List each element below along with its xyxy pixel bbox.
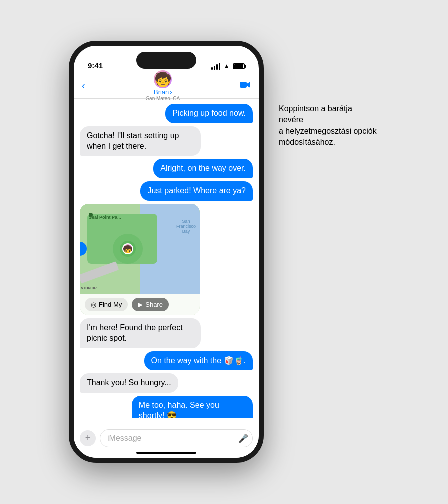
message-row: Just parked! Where are ya? bbox=[80, 182, 253, 201]
chat-area: Picking up food now. Gotcha! I'll start … bbox=[74, 99, 259, 418]
home-indicator bbox=[136, 452, 196, 454]
message-row: Picking up food now. bbox=[80, 104, 253, 124]
status-icons: ▲ bbox=[212, 62, 245, 70]
svg-rect-0 bbox=[240, 82, 247, 88]
map-background: Seal Point Pa... SanFranciscoBay NTON DR… bbox=[80, 204, 200, 294]
message-row: Me too, haha. See you shortly! 😎 bbox=[80, 396, 253, 418]
message-row: I'm here! Found the perfect picnic spot. bbox=[80, 318, 253, 348]
map-bay-label: SanFranciscoBay bbox=[176, 219, 196, 234]
message-row: Thank you! So hungry... bbox=[80, 374, 253, 393]
contact-header[interactable]: 🧒 Brian › San Mateo, CA bbox=[146, 70, 180, 102]
annotation-text: Koppintson a barátja nevérea helyzetmego… bbox=[279, 104, 379, 148]
video-call-button[interactable] bbox=[240, 80, 251, 92]
map-content: Seal Point Pa... SanFranciscoBay NTON DR… bbox=[80, 204, 200, 294]
microphone-icon[interactable]: 🎤 bbox=[238, 434, 248, 443]
message-bubble: Gotcha! I'll start setting up when I get… bbox=[80, 126, 201, 156]
map-park-label: Seal Point Pa... bbox=[89, 215, 122, 220]
dynamic-island bbox=[136, 52, 196, 69]
status-time: 9:41 bbox=[88, 62, 103, 70]
back-chevron-icon: ‹ bbox=[82, 80, 86, 92]
map-message-row: Seal Point Pa... SanFranciscoBay NTON DR… bbox=[80, 204, 253, 316]
message-bubble: Me too, haha. See you shortly! 😎 bbox=[132, 396, 253, 418]
message-bubble: Picking up food now. bbox=[166, 104, 253, 124]
phone-frame: 9:41 ▲ ‹ 🧒 bbox=[69, 41, 264, 463]
share-location-button[interactable]: ▶ Share bbox=[132, 298, 169, 312]
map-bubble[interactable]: Seal Point Pa... SanFranciscoBay NTON DR… bbox=[80, 204, 200, 316]
add-attachment-button[interactable]: + bbox=[80, 430, 96, 446]
page-wrapper: 9:41 ▲ ‹ 🧒 bbox=[69, 41, 379, 463]
back-button[interactable]: ‹ bbox=[82, 80, 86, 92]
map-action-buttons: ◎ Find My ▶ Share bbox=[80, 294, 200, 316]
message-bubble: Thank you! So hungry... bbox=[80, 374, 178, 393]
wifi-icon: ▲ bbox=[224, 62, 230, 70]
message-row: On the way with the 🥡🧋. bbox=[80, 352, 253, 371]
location-avatar: 🧒 bbox=[122, 244, 134, 254]
location-accuracy-circle: 🧒 bbox=[113, 234, 143, 264]
signal-bars-icon bbox=[212, 63, 220, 70]
annotation: Koppintson a barátja nevérea helyzetmego… bbox=[279, 101, 379, 148]
map-road-label: NTON DR bbox=[81, 286, 97, 290]
contact-name: Brian › bbox=[154, 88, 172, 96]
message-bubble: On the way with the 🥡🧋. bbox=[144, 352, 253, 371]
share-icon: ▶ bbox=[138, 301, 143, 308]
input-placeholder: iMessage bbox=[108, 434, 142, 443]
navigation-bar: ‹ 🧒 Brian › San Mateo, CA bbox=[74, 73, 259, 99]
message-row: Gotcha! I'll start setting up when I get… bbox=[80, 126, 253, 156]
message-input[interactable]: iMessage 🎤 bbox=[100, 430, 253, 448]
message-bubble: I'm here! Found the perfect picnic spot. bbox=[80, 318, 201, 348]
location-inner-circle: 🧒 bbox=[120, 241, 136, 257]
map-road bbox=[80, 262, 119, 284]
map-user-dot bbox=[80, 242, 87, 256]
message-bubble: Just parked! Where are ya? bbox=[140, 182, 253, 201]
battery-icon bbox=[233, 64, 245, 70]
contact-location: San Mateo, CA bbox=[146, 96, 180, 102]
find-my-button[interactable]: ◎ Find My bbox=[85, 298, 128, 312]
message-bubble: Alright, on the way over. bbox=[154, 159, 253, 178]
find-my-icon: ◎ bbox=[91, 301, 96, 308]
message-row: Alright, on the way over. bbox=[80, 159, 253, 178]
